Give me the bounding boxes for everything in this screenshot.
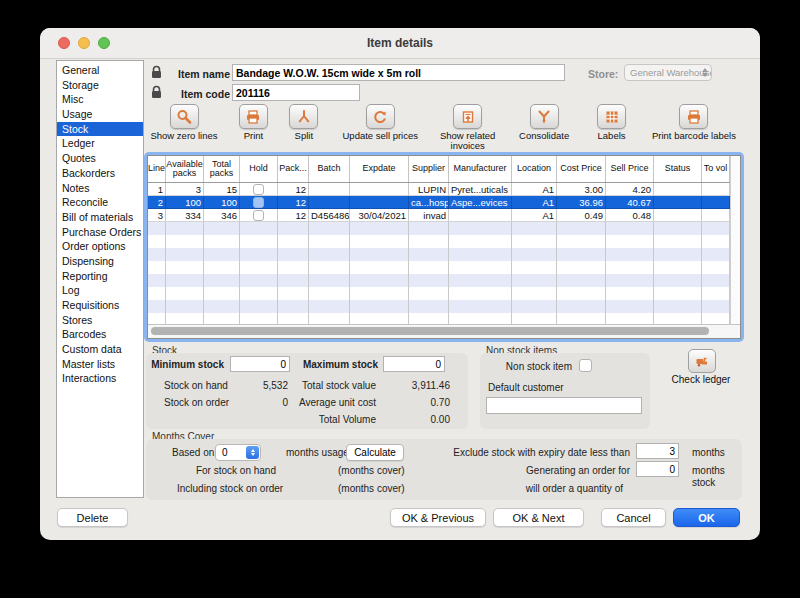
- table-row[interactable]: 3 334 346 12 D456486 30/04/2021 invad A1…: [148, 209, 740, 222]
- generating-order-input[interactable]: [636, 461, 679, 477]
- including-cover-text: (months cover): [338, 483, 405, 494]
- sidebar-item-dispensing[interactable]: Dispensing: [57, 254, 143, 269]
- table-header-row: Line Available packs Total packs Hold Pa…: [148, 156, 740, 183]
- title-bar: Item details: [40, 28, 760, 59]
- calculate-button[interactable]: Calculate: [346, 444, 404, 461]
- update-sell-prices-button[interactable]: Update sell prices: [334, 104, 426, 141]
- hold-checkbox[interactable]: [253, 210, 264, 221]
- column-header-hold[interactable]: Hold: [240, 156, 278, 182]
- cell-sell-price: 0.48: [606, 209, 654, 222]
- print-barcode-labels-button[interactable]: Print barcode labels: [644, 104, 744, 141]
- exclude-expiry-label: Exclude stock with expiry date less than: [446, 447, 630, 458]
- sidebar-item-bill-of-materials[interactable]: Bill of materials: [57, 210, 143, 225]
- merge-icon: [530, 104, 559, 129]
- sidebar-item-general[interactable]: General: [57, 63, 143, 78]
- exclude-months-unit: months: [692, 447, 725, 458]
- table-row-empty: [148, 261, 740, 274]
- column-header-manufacturer[interactable]: Manufacturer: [449, 156, 512, 182]
- cell-line: 2: [148, 196, 166, 209]
- including-stock-label: Including stock on order: [177, 483, 276, 494]
- cell-pack: 12: [278, 183, 309, 196]
- ok-button[interactable]: OK: [673, 508, 740, 527]
- column-header-pack[interactable]: Pack...: [278, 156, 309, 182]
- minimum-stock-input[interactable]: [230, 356, 290, 372]
- store-label: Store:: [588, 68, 618, 80]
- sidebar-item-usage[interactable]: Usage: [57, 107, 143, 122]
- column-header-supplier[interactable]: Supplier: [409, 156, 449, 182]
- check-ledger-button[interactable]: [688, 349, 716, 373]
- horizontal-scrollbar[interactable]: [148, 324, 740, 338]
- column-header-cost-price[interactable]: Cost Price: [557, 156, 606, 182]
- cell-batch: [309, 183, 350, 196]
- sidebar-item-ledger[interactable]: Ledger: [57, 136, 143, 151]
- table-row-empty: [148, 287, 740, 300]
- column-header-expdate[interactable]: Expdate: [350, 156, 409, 182]
- sidebar-item-backorders[interactable]: Backorders: [57, 166, 143, 181]
- column-header-total-packs[interactable]: Total packs: [204, 156, 240, 182]
- sidebar-item-purchase-orders[interactable]: Purchase Orders: [57, 225, 143, 240]
- sidebar-item-quotes[interactable]: Quotes: [57, 151, 143, 166]
- will-order-label: will order a quantity of: [446, 483, 623, 494]
- generating-order-label: Generating an order for: [446, 465, 630, 476]
- based-on-popup[interactable]: 0: [215, 444, 261, 461]
- table-row-selected[interactable]: 2 100 100 12 ca...hosp Aspe...evices A1 …: [148, 196, 740, 209]
- non-stock-item-checkbox[interactable]: [579, 359, 592, 372]
- default-customer-input[interactable]: [486, 397, 642, 414]
- sidebar-item-log[interactable]: Log: [57, 283, 143, 298]
- labels-button[interactable]: Labels: [590, 104, 634, 141]
- stock-lines-table: Line Available packs Total packs Hold Pa…: [144, 152, 744, 342]
- ok-previous-button[interactable]: OK & Previous: [390, 508, 486, 527]
- column-header-sell-price[interactable]: Sell Price: [606, 156, 654, 182]
- sidebar-item-custom-data[interactable]: Custom data: [57, 342, 143, 357]
- months-usage-label: months usage: [286, 447, 349, 458]
- cancel-button[interactable]: Cancel: [601, 508, 666, 527]
- column-header-available-packs[interactable]: Available packs: [166, 156, 204, 182]
- cell-status: [654, 183, 702, 196]
- delete-button[interactable]: Delete: [57, 508, 128, 527]
- table-row-empty: [148, 222, 740, 235]
- column-header-status[interactable]: Status: [654, 156, 702, 182]
- store-select[interactable]: General Warehouse: [624, 64, 712, 81]
- show-zero-lines-button[interactable]: Show zero lines: [145, 104, 223, 141]
- sidebar-item-master-lists[interactable]: Master lists: [57, 357, 143, 372]
- table-row[interactable]: 1 3 15 12 LUPIN Pyret...uticals A1 3.00 …: [148, 183, 740, 196]
- sidebar-item-notes[interactable]: Notes: [57, 181, 143, 196]
- sidebar-item-stores[interactable]: Stores: [57, 313, 143, 328]
- sidebar-item-storage[interactable]: Storage: [57, 78, 143, 93]
- stock-on-hand-label: Stock on hand: [164, 380, 228, 391]
- ok-next-button[interactable]: OK & Next: [493, 508, 584, 527]
- for-stock-cover-text: (months cover): [338, 465, 405, 476]
- cell-to-vol: [702, 183, 730, 196]
- sidebar-item-order-options[interactable]: Order options: [57, 239, 143, 254]
- column-header-line[interactable]: Line: [148, 156, 166, 182]
- maximum-stock-input[interactable]: [383, 356, 445, 372]
- item-name-input[interactable]: [232, 64, 565, 81]
- sidebar-item-barcodes[interactable]: Barcodes: [57, 327, 143, 342]
- column-header-to-vol[interactable]: To vol: [702, 156, 730, 182]
- consolidate-button[interactable]: Consolidate: [509, 104, 579, 141]
- months-cover-group: Based on 0 months usage Calculate Exclud…: [146, 439, 742, 500]
- horizontal-scrollbar-thumb[interactable]: [151, 327, 709, 335]
- sidebar-item-stock[interactable]: Stock: [57, 122, 143, 137]
- invoice-arrow-icon: [453, 104, 482, 129]
- column-header-location[interactable]: Location: [512, 156, 557, 182]
- show-related-invoices-button[interactable]: Show related invoices: [437, 104, 499, 152]
- cell-to-vol: [702, 196, 730, 209]
- column-header-batch[interactable]: Batch: [309, 156, 350, 182]
- table-row-empty: [148, 248, 740, 261]
- sidebar-item-reconcile[interactable]: Reconcile: [57, 195, 143, 210]
- split-button[interactable]: Split: [284, 104, 324, 141]
- exclude-expiry-input[interactable]: [636, 443, 679, 459]
- sidebar-item-interactions[interactable]: Interactions: [57, 371, 143, 386]
- hold-checkbox[interactable]: [253, 184, 264, 195]
- sidebar-item-reporting[interactable]: Reporting: [57, 269, 143, 284]
- store-select-value: General Warehouse: [630, 67, 712, 78]
- sidebar-item-requisitions[interactable]: Requisitions: [57, 298, 143, 313]
- print-button[interactable]: Print: [233, 104, 273, 141]
- hold-checkbox[interactable]: [253, 197, 264, 208]
- cell-batch: D456486: [309, 209, 350, 222]
- vertical-scrollbar[interactable]: [730, 156, 740, 325]
- cell-expdate: 30/04/2021: [350, 209, 409, 222]
- sidebar-item-misc[interactable]: Misc: [57, 92, 143, 107]
- item-code-input[interactable]: [232, 84, 360, 101]
